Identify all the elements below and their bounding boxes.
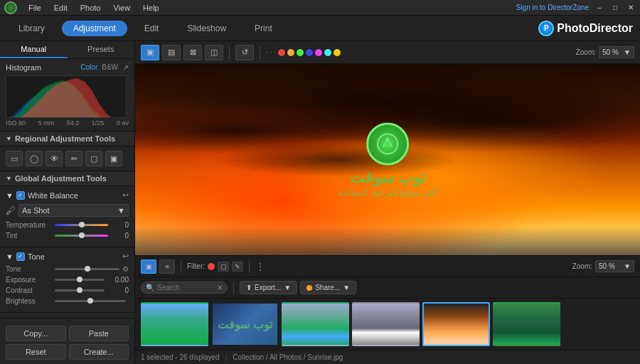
thumb-watermark[interactable]: توب سوفت bbox=[211, 302, 279, 346]
panel-tab-manual[interactable]: Manual bbox=[0, 41, 68, 58]
contrast-slider[interactable] bbox=[55, 289, 105, 291]
temperature-value: 0 bbox=[111, 221, 129, 229]
radial-tool[interactable]: ◯ bbox=[26, 151, 43, 166]
panel-bottom: Copy... Paste Reset Create... bbox=[0, 318, 134, 364]
reset-button[interactable]: Reset bbox=[6, 344, 66, 360]
dot-purple[interactable] bbox=[315, 49, 322, 56]
dot-orange[interactable] bbox=[287, 49, 294, 56]
white-balance-group: ▼ ✓ White Balance ↩ 🖋 As Shot ▼ Temperat… bbox=[0, 186, 134, 247]
filter-pen[interactable]: ✎ bbox=[232, 262, 243, 272]
gradient-tool[interactable]: ▭ bbox=[6, 151, 23, 166]
wb-reset-icon[interactable]: ↩ bbox=[122, 191, 129, 200]
thumb-3[interactable] bbox=[282, 302, 349, 346]
zoom-control: Zoom: 50 % ▼ bbox=[576, 46, 634, 58]
more-icon[interactable]: ⋮ bbox=[255, 261, 265, 272]
left-panel: Manual Presets Histogram Color B&W ↗ bbox=[0, 41, 135, 364]
view-filmstrip-btn[interactable]: ◫ bbox=[205, 45, 223, 60]
global-tools-header[interactable]: ▼ Global Adjustment Tools bbox=[0, 171, 134, 186]
copy-button[interactable]: Copy... bbox=[6, 326, 66, 341]
menu-photo[interactable]: Photo bbox=[78, 2, 104, 14]
tone-slider[interactable] bbox=[55, 268, 119, 270]
thumb-4[interactable] bbox=[352, 302, 420, 346]
tab-library[interactable]: Library bbox=[7, 21, 56, 36]
menu-edit[interactable]: Edit bbox=[51, 2, 70, 14]
histogram-bw[interactable]: B&W bbox=[102, 63, 118, 73]
fs-view-btn2[interactable]: ≡ bbox=[159, 259, 175, 274]
thumb-1[interactable] bbox=[141, 302, 208, 346]
tone-group: ▼ ✓ Tone ↩ Tone ⚙ Exposure 0.00 bbox=[0, 247, 134, 313]
eye-tool[interactable]: 👁 bbox=[46, 151, 63, 166]
filmstrip-area: ▣ ≡ Filter: ▢ ✎ ⋮ Zoom: 50 % ▼ bbox=[135, 255, 640, 364]
fs-view-btn1[interactable]: ▣ bbox=[141, 259, 156, 274]
histogram-color[interactable]: Color bbox=[80, 63, 97, 73]
filter-dot-red[interactable] bbox=[208, 263, 215, 270]
tab-print[interactable]: Print bbox=[243, 21, 284, 36]
mask-tool[interactable]: ▣ bbox=[105, 151, 122, 166]
export-button[interactable]: ⬆ Export... ▼ bbox=[240, 281, 297, 294]
paste-button[interactable]: Paste bbox=[69, 326, 129, 341]
regional-tools-header[interactable]: ▼ Regional Adjustment Tools bbox=[0, 132, 134, 146]
tone-reset-icon[interactable]: ↩ bbox=[122, 252, 129, 261]
wb-preset-value: As Shot bbox=[22, 206, 50, 215]
search-clear-icon[interactable]: ✕ bbox=[217, 284, 223, 291]
path-text: Collection / All Photos / Sunrise.jpg bbox=[233, 353, 343, 361]
filter-rect[interactable]: ▢ bbox=[218, 262, 229, 272]
menu-help[interactable]: Help bbox=[140, 2, 162, 14]
rotate-left-btn[interactable]: ↺ bbox=[235, 45, 254, 60]
menu-file[interactable]: File bbox=[26, 2, 44, 14]
wb-header[interactable]: ▼ ✓ White Balance ↩ bbox=[6, 191, 129, 200]
view-compare-btn[interactable]: ▤ bbox=[162, 45, 181, 60]
tint-slider[interactable] bbox=[55, 235, 108, 237]
temperature-slider[interactable] bbox=[55, 224, 108, 226]
histogram-title: Histogram Color B&W ↗ bbox=[6, 63, 129, 73]
tab-slideshow[interactable]: Slideshow bbox=[176, 21, 238, 36]
menu-view[interactable]: View bbox=[110, 2, 133, 14]
histogram-label: Histogram bbox=[6, 63, 41, 73]
photo-simulation: توب سوفت أكبر موقع للبرامج المجانية bbox=[135, 64, 640, 255]
thumb-6[interactable] bbox=[493, 302, 560, 346]
view-single-btn[interactable]: ▣ bbox=[141, 45, 159, 60]
tint-thumb[interactable] bbox=[79, 232, 85, 238]
panel-tab-presets[interactable]: Presets bbox=[68, 41, 135, 58]
tone-slider-thumb[interactable] bbox=[85, 266, 90, 272]
temperature-label: Temperature bbox=[6, 221, 52, 229]
wb-select[interactable]: As Shot ▼ bbox=[18, 204, 129, 217]
dot-red[interactable] bbox=[278, 49, 285, 56]
brightness-slider[interactable] bbox=[55, 300, 126, 302]
search-input[interactable] bbox=[157, 284, 214, 291]
tab-adjustment[interactable]: Adjustment bbox=[62, 21, 127, 36]
close-button[interactable]: ✕ bbox=[626, 3, 636, 13]
rect-tool[interactable]: ▢ bbox=[85, 151, 102, 166]
tone-header[interactable]: ▼ ✓ Tone ↩ bbox=[6, 252, 129, 261]
exposure-thumb[interactable] bbox=[77, 277, 82, 282]
temperature-thumb[interactable] bbox=[79, 222, 85, 228]
view-grid-btn[interactable]: ⊠ bbox=[183, 45, 202, 60]
dot-blue[interactable] bbox=[306, 49, 313, 56]
thumb-5-selected[interactable] bbox=[422, 302, 490, 346]
status-sep: | bbox=[225, 353, 228, 361]
minimize-button[interactable]: – bbox=[594, 3, 604, 13]
tab-edit[interactable]: Edit bbox=[133, 21, 171, 36]
dot-yellow[interactable] bbox=[334, 49, 341, 56]
share-button[interactable]: Share... ▼ bbox=[300, 281, 356, 294]
tone-auto-icon[interactable]: ⚙ bbox=[122, 265, 129, 273]
brush-tool[interactable]: ✏ bbox=[65, 151, 82, 166]
sign-in-link[interactable]: Sign in to DirectorZone bbox=[516, 4, 589, 11]
dropper-icon[interactable]: 🖋 bbox=[6, 205, 16, 216]
fstop-label: f/4.0 bbox=[67, 119, 80, 127]
contrast-thumb[interactable] bbox=[77, 287, 82, 293]
filter-label: Filter: bbox=[187, 262, 205, 270]
dot-cyan[interactable] bbox=[324, 49, 331, 56]
exposure-slider[interactable] bbox=[55, 279, 105, 281]
tone-checkbox[interactable]: ✓ bbox=[16, 252, 25, 261]
dot-green[interactable] bbox=[297, 49, 304, 56]
create-button[interactable]: Create... bbox=[69, 344, 129, 360]
maximize-button[interactable]: □ bbox=[610, 3, 620, 13]
fs-zoom-label: Zoom: bbox=[572, 262, 592, 270]
brightness-thumb[interactable] bbox=[87, 298, 93, 304]
wb-checkbox[interactable]: ✓ bbox=[16, 191, 25, 200]
regional-tools-label: Regional Adjustment Tools bbox=[15, 134, 115, 143]
histogram-expand-icon[interactable]: ↗ bbox=[122, 63, 129, 73]
fs-zoom-select[interactable]: 50 % ▼ bbox=[595, 260, 634, 272]
zoom-select[interactable]: 50 % ▼ bbox=[599, 46, 634, 58]
